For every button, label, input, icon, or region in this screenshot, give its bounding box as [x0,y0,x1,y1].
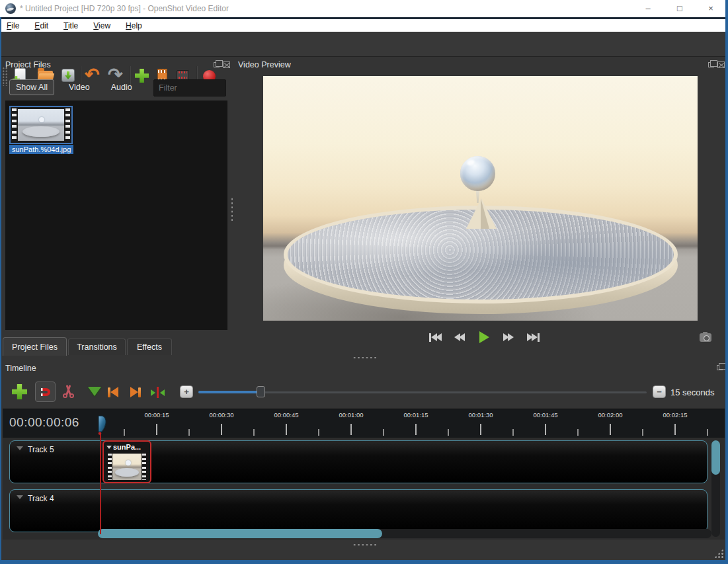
ruler-tick-major [286,424,287,435]
ruler-tick-minor [318,429,319,436]
ruler-tick-major [156,424,157,435]
scissors-icon [69,393,74,398]
timeline-vertical-scrollbar[interactable] [711,440,720,537]
jump-to-end-button[interactable] [524,330,542,344]
menu-item-title[interactable]: Title [63,21,78,30]
rewind-button[interactable] [451,330,468,344]
chevron-down-icon[interactable] [106,446,112,449]
window-border [725,0,728,564]
bar-icon [138,387,141,397]
playhead-handle-icon [97,415,107,435]
ruler-tick-major [545,424,546,435]
horizontal-splitter-handle[interactable] [352,356,378,360]
toolbar-drag-handle[interactable] [2,67,8,86]
zoom-slider-track[interactable] [198,391,647,393]
triangle-left-icon [110,387,118,397]
timeline-clip[interactable]: sunPa... [102,440,151,483]
playhead-line[interactable] [100,434,101,534]
file-name-label[interactable]: sunPath.%04d.jpg [9,145,73,154]
filter-tab-audio[interactable]: Audio [104,79,139,95]
ruler-label: 00:02:00 [598,411,623,419]
float-panel-icon[interactable] [717,365,723,370]
ruler-tick-minor [577,429,579,436]
capture-frame-camera-icon[interactable] [700,333,711,342]
triangle-right-icon [130,387,138,397]
close-button[interactable]: × [704,3,718,15]
title-bar[interactable]: * Untitled Project [HD 720p 30 fps] - Op… [0,0,728,17]
previous-marker-icon[interactable] [108,387,118,397]
razor-tool-icon[interactable] [61,383,77,399]
menu-item-file[interactable]: File [7,21,19,30]
ruler-tick-minor [642,429,643,436]
thumbnail-scene [112,454,142,480]
clip-name-label: sunPa... [113,443,141,451]
filmstrip-holes-icon [12,108,17,141]
zoom-slider-fill [198,391,258,393]
filter-input[interactable] [153,79,226,97]
play-button[interactable] [475,330,493,344]
chevron-down-icon[interactable] [17,446,23,450]
fullscreen-icon[interactable] [177,70,189,80]
float-panel-icon[interactable] [214,62,220,67]
bottom-splitter-handle[interactable] [352,543,378,547]
clip-thumbnail [107,453,147,481]
add-track-icon[interactable] [12,384,27,399]
jump-to-start-button[interactable] [426,330,444,344]
menu-item-view[interactable]: View [93,21,110,30]
ruler-tick-minor [383,429,384,436]
track-name: Track 5 [28,445,54,454]
menu-bar: FileEditTitleViewHelp [0,19,728,32]
vertical-scrollbar-thumb[interactable] [711,440,720,475]
project-files-list[interactable]: sunPath.%04d.jpg [5,101,227,330]
chevron-down-icon[interactable] [17,495,23,499]
ruler-label: 00:01:30 [469,411,493,419]
filmstrip-holes-icon [65,108,70,141]
video-preview-frame [263,76,698,321]
window-resize-grip[interactable] [714,549,723,558]
ruler-tick-minor [707,429,708,436]
preview-pyramid [466,198,497,229]
menu-item-help[interactable]: Help [126,21,142,30]
vertical-splitter-handle[interactable] [230,197,234,222]
tab-project-files[interactable]: Project Files [3,337,67,356]
close-panel-icon[interactable] [223,61,230,68]
filmstrip-holes-icon [108,454,112,480]
float-panel-icon[interactable] [708,62,714,67]
next-marker-icon[interactable] [130,387,141,397]
window-border [0,17,1,564]
maximize-button[interactable]: □ [672,3,687,15]
ruler-tick-minor [253,429,255,436]
ruler-label: 00:02:15 [663,411,688,419]
tab-effects[interactable]: Effects [127,339,172,355]
transport-controls [426,330,542,344]
zoom-slider-handle[interactable] [257,386,265,397]
openshot-logo-icon [5,3,16,14]
timeline-ruler[interactable]: 00:00:00:06 00:00:1500:00:3000:00:4500:0… [3,409,725,438]
playhead-marker[interactable] [97,415,107,438]
ruler-tick-major [674,424,676,435]
zoom-out-button[interactable]: − [653,385,666,398]
ruler-label: 00:01:45 [534,411,558,419]
thumbnail-scene [18,109,64,141]
track-row[interactable]: Track 4 [9,489,708,532]
close-panel-icon[interactable] [717,61,725,68]
minimize-button[interactable]: – [641,3,655,15]
timeline-horizontal-scrollbar[interactable] [98,529,711,538]
ruler-label: 00:00:45 [274,411,299,419]
bar-icon [538,333,540,342]
tab-transitions[interactable]: Transitions [68,339,126,355]
ruler-tick-minor [512,429,514,436]
filter-tab-video[interactable]: Video [62,79,97,95]
fast-forward-button[interactable] [500,330,517,344]
ruler-tick-major [610,424,611,435]
snapping-toggle-button[interactable] [35,382,56,402]
openshot-window: * Untitled Project [HD 720p 30 fps] - Op… [0,0,728,564]
center-on-playhead-icon[interactable] [151,387,165,398]
zoom-in-button[interactable]: + [180,385,193,398]
menu-item-edit[interactable]: Edit [34,21,48,30]
filter-tab-show-all[interactable]: Show All [9,79,54,95]
horizontal-scrollbar-thumb[interactable] [98,529,382,538]
add-marker-icon[interactable] [88,387,101,396]
file-thumbnail[interactable] [9,106,73,144]
ruler-tick-major [350,424,352,435]
